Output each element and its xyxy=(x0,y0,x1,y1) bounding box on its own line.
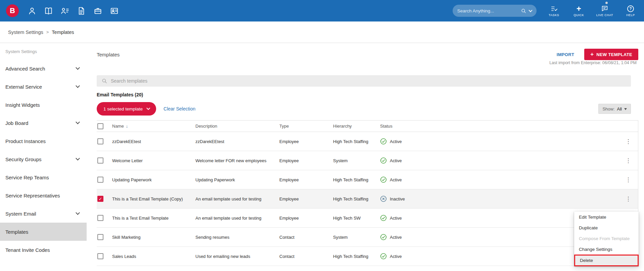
sidebar-item-service-representatives[interactable]: Service Representatives xyxy=(0,186,87,205)
sidebar-item-security-groups[interactable]: Security Groups xyxy=(0,150,87,168)
chevron-down-icon xyxy=(76,156,80,161)
cell-description: Welcome letter FOR new employees xyxy=(195,158,279,163)
sidebar-item-job-board[interactable]: Job Board xyxy=(0,114,87,132)
sidebar-item-product-instances[interactable]: Product Instances xyxy=(0,132,87,150)
quick-add-button[interactable]: + QUICK xyxy=(571,5,586,17)
table-row-selected[interactable]: This is a Test Email Template (Copy) An … xyxy=(97,189,638,209)
column-header-type[interactable]: Type xyxy=(279,124,333,129)
column-header-description[interactable]: Description xyxy=(195,124,279,129)
sidebar-item-label: Tenant Invite Codes xyxy=(5,247,50,253)
id-card-icon[interactable] xyxy=(110,6,119,15)
sort-desc-icon[interactable]: ↓ xyxy=(126,124,128,129)
active-status-icon xyxy=(380,176,387,183)
row-checkbox[interactable] xyxy=(97,234,103,240)
live-chat-button[interactable]: LIVE CHAT xyxy=(596,5,613,17)
row-actions-menu-icon[interactable]: ⋮ xyxy=(618,157,638,164)
chevron-down-icon xyxy=(76,120,80,124)
person-icon[interactable] xyxy=(28,6,37,15)
inactive-status-icon xyxy=(380,195,387,202)
clear-selection-link[interactable]: Clear Selection xyxy=(164,106,195,111)
template-search-input[interactable] xyxy=(111,78,626,84)
row-checkbox[interactable] xyxy=(97,215,103,221)
logo-letter: B xyxy=(10,6,15,15)
import-button[interactable]: IMPORT xyxy=(557,52,574,57)
settings-sidebar: System Settings Advanced Search External… xyxy=(0,43,87,271)
chevron-down-icon[interactable] xyxy=(528,8,532,12)
cell-hierarchy: System xyxy=(333,235,380,240)
status-label: Active xyxy=(390,254,402,259)
select-all-checkbox[interactable] xyxy=(97,123,103,129)
help-button[interactable]: ? HELP xyxy=(623,5,638,17)
table-row[interactable]: Updating Paperwork Updating Paperwork Em… xyxy=(97,170,638,189)
sidebar-item-service-rep-teams[interactable]: Service Rep Teams xyxy=(0,168,87,186)
cell-hierarchy: High Tech SW xyxy=(333,216,380,221)
sidebar-item-system-email[interactable]: System Email xyxy=(0,205,87,223)
live-chat-icon xyxy=(601,5,608,12)
help-icon: ? xyxy=(627,5,634,12)
last-import-text: Last import from Enterprise: 06/08/21, 1… xyxy=(97,60,637,67)
row-checkbox-checked[interactable] xyxy=(97,196,103,202)
sidebar-item-external-service[interactable]: External Service xyxy=(0,78,87,96)
cell-hierarchy: High Tech Staffing xyxy=(333,254,380,259)
table-row[interactable]: Skill Marketing Sending resumes Contact … xyxy=(97,228,638,247)
table-row[interactable]: zzDarekEEtest zzDarekEEtest Employee Hig… xyxy=(97,132,638,151)
row-checkbox[interactable] xyxy=(97,157,103,164)
menu-item-duplicate[interactable]: Duplicate xyxy=(574,222,639,233)
briefcase-icon[interactable] xyxy=(93,6,102,15)
topbar-right-cluster: TASKS + QUICK LIVE CHAT ? HELP xyxy=(453,5,638,17)
active-status-icon xyxy=(380,253,387,260)
row-actions-menu-icon[interactable]: ⋮ xyxy=(618,195,638,202)
cell-name: This is a Test Email Template (Copy) xyxy=(112,196,195,201)
table-row[interactable]: This is a Test Email Template An email t… xyxy=(97,209,638,228)
sidebar-item-insight-widgets[interactable]: Insight Widgets xyxy=(0,96,87,114)
menu-item-change-settings[interactable]: Change Settings xyxy=(574,244,639,255)
row-actions-menu-icon[interactable]: ⋮ xyxy=(618,176,638,183)
table-row[interactable]: Sales Leads Used for emailing new leads … xyxy=(97,247,638,266)
new-template-label: NEW TEMPLATE xyxy=(596,52,632,57)
cell-name: Welcome Letter xyxy=(112,158,195,163)
global-search[interactable] xyxy=(453,5,537,17)
sidebar-item-templates[interactable]: Templates xyxy=(0,223,87,241)
global-search-input[interactable] xyxy=(457,8,518,13)
row-checkbox[interactable] xyxy=(97,253,103,259)
column-header-status[interactable]: Status xyxy=(380,124,618,129)
template-search-bar[interactable] xyxy=(97,75,631,87)
breadcrumb-system-settings[interactable]: System Settings xyxy=(8,30,43,35)
show-label: Show: xyxy=(602,106,614,111)
sidebar-item-label: System Email xyxy=(5,211,36,217)
contacts-icon[interactable] xyxy=(60,6,70,15)
notes-icon[interactable] xyxy=(77,6,86,15)
search-icon xyxy=(101,78,107,84)
breadcrumb-separator: > xyxy=(46,30,49,35)
status-label: Active xyxy=(390,216,402,221)
cell-description: An email template used for testing xyxy=(195,196,279,201)
sidebar-item-label: Product Instances xyxy=(5,138,46,144)
cell-type: Employee xyxy=(279,196,333,201)
bullhorn-logo[interactable]: B xyxy=(6,4,19,17)
cell-name: zzDarekEEtest xyxy=(112,139,195,144)
row-context-menu: Edit Template Duplicate Compose From Tem… xyxy=(574,212,639,266)
selected-templates-pill[interactable]: 1 selected template xyxy=(97,102,156,116)
menu-item-edit-template[interactable]: Edit Template xyxy=(574,212,639,222)
column-header-hierarchy[interactable]: Hierarchy xyxy=(333,124,380,129)
cell-description: Used for emailing new leads xyxy=(195,254,279,259)
action-label: HELP xyxy=(626,13,635,17)
chevron-down-icon xyxy=(146,106,150,110)
table-row[interactable]: Welcome Letter Welcome letter FOR new em… xyxy=(97,151,638,170)
sidebar-item-advanced-search[interactable]: Advanced Search xyxy=(0,59,87,78)
book-icon[interactable] xyxy=(44,6,53,15)
tasks-button[interactable]: TASKS xyxy=(547,5,561,17)
column-header-name[interactable]: Name ↓ xyxy=(112,124,195,129)
cell-description: zzDarekEEtest xyxy=(195,139,279,144)
row-checkbox[interactable] xyxy=(97,177,103,183)
show-filter-dropdown[interactable]: Show: All xyxy=(598,104,631,114)
sidebar-item-label: Service Rep Teams xyxy=(5,175,49,180)
row-checkbox[interactable] xyxy=(97,138,103,144)
menu-item-compose-from-template: Compose From Template xyxy=(574,233,639,244)
sidebar-item-tenant-invite-codes[interactable]: Tenant Invite Codes xyxy=(0,241,87,259)
new-template-button[interactable]: + NEW TEMPLATE xyxy=(584,49,638,60)
row-actions-menu-icon[interactable]: ⋮ xyxy=(618,138,638,145)
status-label: Active xyxy=(390,177,402,182)
breadcrumb: System Settings > Templates xyxy=(0,21,644,43)
menu-item-delete[interactable]: Delete xyxy=(574,255,639,266)
